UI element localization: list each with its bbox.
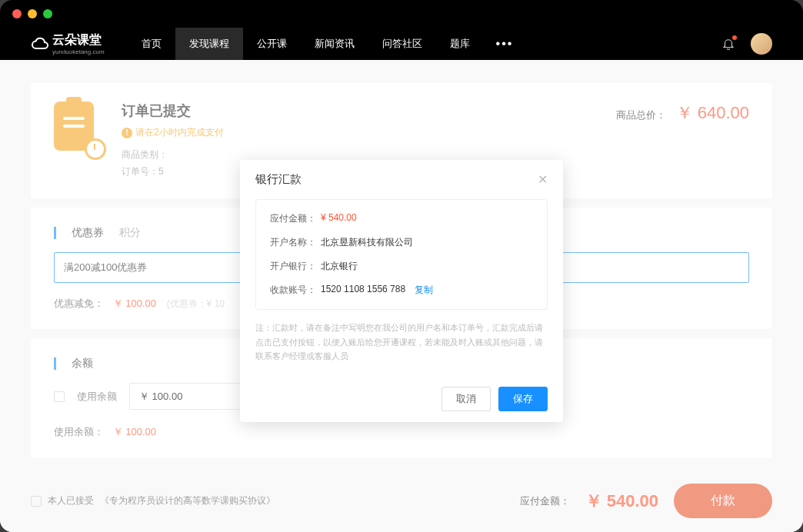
notification-bell-icon[interactable] bbox=[721, 37, 735, 51]
nav-bank[interactable]: 题库 bbox=[436, 28, 484, 60]
bank-info-box: 应付金额： ¥ 540.00 开户名称： 北京昱新科技有限公司 开户银行： 北京… bbox=[255, 199, 548, 310]
account-name: 北京昱新科技有限公司 bbox=[321, 236, 413, 249]
account-number: 1520 1108 1556 788 bbox=[321, 284, 405, 297]
cloud-logo-icon bbox=[31, 35, 49, 53]
logo-text: 云朵课堂 bbox=[52, 33, 102, 46]
navbar: 云朵课堂 yunduoketang.com 首页 发现课程 公开课 新闻资讯 问… bbox=[0, 28, 803, 60]
cancel-button[interactable]: 取消 bbox=[441, 387, 491, 411]
bank-name: 北京银行 bbox=[321, 260, 358, 273]
nav-items: 首页 发现课程 公开课 新闻资讯 问答社区 题库 ••• bbox=[128, 28, 526, 60]
nav-news[interactable]: 新闻资讯 bbox=[301, 28, 368, 60]
bank-transfer-modal: 银行汇款 ✕ 应付金额： ¥ 540.00 开户名称： 北京昱新科技有限公司 bbox=[240, 160, 563, 422]
modal-amount: ¥ 540.00 bbox=[321, 212, 357, 225]
modal-note: 注：汇款时，请在备注中写明您在我公司的用户名和本订单号，汇款完成后请点击已支付按… bbox=[255, 321, 548, 364]
window-maximize[interactable] bbox=[43, 9, 52, 18]
window-close[interactable] bbox=[12, 9, 22, 18]
user-avatar[interactable] bbox=[751, 33, 772, 55]
nav-qa[interactable]: 问答社区 bbox=[368, 28, 436, 60]
logo-subtitle: yunduoketang.com bbox=[52, 48, 105, 55]
modal-overlay[interactable]: 银行汇款 ✕ 应付金额： ¥ 540.00 开户名称： 北京昱新科技有限公司 bbox=[0, 60, 803, 532]
nav-discover[interactable]: 发现课程 bbox=[175, 28, 243, 60]
notification-dot bbox=[732, 35, 737, 40]
nav-public[interactable]: 公开课 bbox=[243, 28, 301, 60]
nav-more[interactable]: ••• bbox=[484, 37, 526, 51]
window-minimize[interactable] bbox=[28, 9, 37, 18]
modal-title: 银行汇款 bbox=[255, 172, 302, 187]
save-button[interactable]: 保存 bbox=[498, 387, 548, 411]
logo[interactable]: 云朵课堂 yunduoketang.com bbox=[31, 32, 105, 55]
window-titlebar bbox=[0, 0, 803, 28]
close-icon[interactable]: ✕ bbox=[538, 172, 548, 187]
copy-link[interactable]: 复制 bbox=[415, 284, 433, 297]
nav-home[interactable]: 首页 bbox=[128, 28, 175, 60]
